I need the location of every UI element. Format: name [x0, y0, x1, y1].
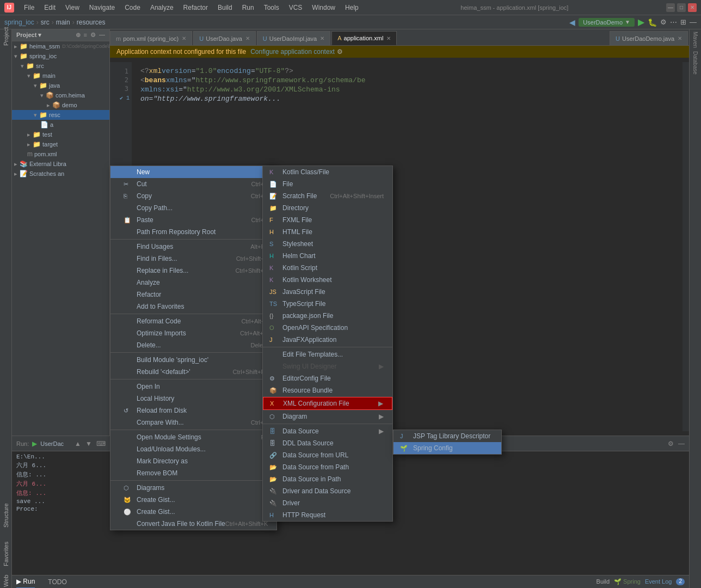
ctx-paste[interactable]: 📋 Paste Ctrl+V	[110, 214, 276, 226]
tree-external-libs[interactable]: ▸ 📚 External Libra	[12, 159, 109, 169]
tab-close-userdaodemo[interactable]: ✕	[678, 35, 682, 41]
new-driver[interactable]: 🔌 Driver	[263, 497, 392, 509]
menu-tools[interactable]: Tools	[260, 3, 284, 13]
maximize-button[interactable]: □	[677, 3, 686, 12]
menu-window[interactable]: Window	[308, 3, 340, 13]
ctx-analyze[interactable]: Analyze ▶	[110, 277, 276, 289]
panel-icon[interactable]: ⊞	[680, 18, 686, 26]
menu-build[interactable]: Build	[213, 3, 237, 13]
run-up-icon[interactable]: ▲	[75, 440, 81, 448]
menu-refactor[interactable]: Refactor	[179, 3, 212, 13]
configure-link[interactable]: Configure application context	[250, 48, 335, 56]
tree-resc-folder[interactable]: ▾ 📁 resc	[12, 110, 109, 120]
new-diagram[interactable]: ⬡ Diagram ▶	[263, 411, 392, 422]
warning-settings-icon[interactable]: ⚙	[337, 48, 343, 56]
ctx-refactor[interactable]: Refactor ▶	[110, 289, 276, 301]
tab-userdao[interactable]: U UserDao.java ✕	[193, 31, 256, 45]
tab-close-pom[interactable]: ✕	[182, 35, 186, 41]
ctx-open-in[interactable]: Open In ▶	[110, 381, 276, 393]
breadcrumb-src[interactable]: src	[41, 19, 50, 26]
run-button[interactable]: ▶	[638, 17, 644, 27]
settings-icon[interactable]: ⚙	[660, 18, 667, 26]
new-data-source[interactable]: 🗄 Data Source ▶	[263, 425, 392, 437]
tab-run[interactable]: ▶ Run	[16, 575, 35, 589]
favorites-sidebar-icon[interactable]: Favorites	[1, 549, 11, 559]
web-sidebar-icon[interactable]: Web	[1, 576, 11, 586]
ctx-build-module[interactable]: Build Module 'spring_ioc'	[110, 354, 276, 366]
ctx-reformat[interactable]: Reformat Code Ctrl+Alt+L	[110, 315, 276, 327]
run-wrap-icon[interactable]: ⌨	[96, 440, 106, 448]
menu-file[interactable]: File	[20, 3, 39, 13]
run-settings-icon[interactable]: ⚙	[668, 440, 674, 448]
nav-back-icon[interactable]: ◀	[569, 18, 575, 27]
ctx-local-history[interactable]: Local History ▶	[110, 393, 276, 405]
ctx-mark-dir[interactable]: Mark Directory as ▶	[110, 455, 276, 467]
new-editorconfig[interactable]: ⚙ EditorConfig File	[263, 372, 392, 384]
ctx-copy[interactable]: ⎘ Copy Ctrl+C	[110, 190, 276, 202]
menu-edit[interactable]: Edit	[40, 3, 60, 13]
run-down-icon[interactable]: ▼	[85, 440, 92, 448]
new-html[interactable]: H HTML File	[263, 226, 392, 238]
ctx-find-files[interactable]: Find in Files... Ctrl+Shift+F	[110, 253, 276, 265]
ctx-create-gist1[interactable]: 🐱 Create Gist...	[110, 494, 276, 506]
xml-spring-config[interactable]: 🌱 Spring Config	[393, 442, 501, 454]
tree-spring-ioc[interactable]: ▾ 📁 spring_ioc ▾ 📁 src ▾ 📁 main	[12, 51, 109, 159]
new-source-path[interactable]: 📂 Data Source from Path	[263, 461, 392, 473]
spring-badge[interactable]: 🌱 Spring	[614, 578, 641, 585]
ctx-path-repo[interactable]: Path From Repository Root	[110, 226, 276, 238]
ctx-reload[interactable]: ↺ Reload from Disk	[110, 405, 276, 416]
maven-sidebar-label[interactable]: Maven	[692, 32, 698, 48]
tree-scratches[interactable]: ▸ 📝 Scratches an	[12, 169, 109, 179]
collapse-all-icon[interactable]: ≡	[84, 32, 87, 39]
tab-userdaodemo[interactable]: U UserDaoDemo.java ✕	[610, 31, 688, 45]
tab-pom-xml[interactable]: m pom.xml (spring_ioc) ✕	[110, 31, 192, 45]
new-scratch-file[interactable]: 📝 Scratch File Ctrl+Alt+Shift+Insert	[263, 190, 392, 202]
new-openapi[interactable]: O OpenAPI Specification	[263, 322, 392, 334]
new-helm[interactable]: H Helm Chart	[263, 250, 392, 262]
run-config-tab[interactable]: UserDac	[40, 440, 64, 447]
breadcrumb-resources[interactable]: resources	[77, 19, 106, 26]
minimize-button[interactable]: —	[666, 3, 675, 12]
new-resource-bundle[interactable]: 📦 Resource Bundle	[263, 384, 392, 396]
new-edit-templates[interactable]: Edit File Templates...	[263, 348, 392, 360]
debug-button[interactable]: 🐛	[648, 18, 657, 27]
tab-close-userdaoimpl[interactable]: ✕	[320, 35, 324, 41]
new-kotlin-worksheet[interactable]: K Kotlin Worksheet	[263, 274, 392, 286]
project-sidebar-icon[interactable]: Project	[1, 32, 11, 41]
more-icon[interactable]: ⋯	[670, 18, 677, 26]
ctx-compare[interactable]: Compare With... Ctrl+D	[110, 416, 276, 428]
close-button[interactable]: ✕	[688, 3, 697, 12]
new-javafx[interactable]: J JavaFXApplication	[263, 334, 392, 346]
tab-application-xml[interactable]: A application.xml ✕	[331, 31, 397, 45]
menu-analyze[interactable]: Analyze	[146, 3, 178, 13]
ctx-optimize[interactable]: Optimize Imports Ctrl+Alt+O	[110, 327, 276, 339]
new-driver-source[interactable]: 🔌 Driver and Data Source	[263, 485, 392, 497]
ctx-new[interactable]: New ▶	[110, 166, 276, 178]
ctx-diagrams[interactable]: ⬡ Diagrams ▶	[110, 482, 276, 494]
new-js-file[interactable]: JS JavaScript File	[263, 286, 392, 298]
ctx-find-usages[interactable]: Find Usages Alt+F7	[110, 241, 276, 253]
ctx-convert-kotlin[interactable]: Convert Java File to Kotlin File Ctrl+Al…	[110, 518, 276, 530]
settings-tree-icon[interactable]: ⚙	[90, 32, 96, 39]
ctx-load-modules[interactable]: Load/Unload Modules...	[110, 443, 276, 455]
database-sidebar-label[interactable]: Database	[692, 51, 698, 75]
event-log-link[interactable]: Event Log	[645, 578, 672, 585]
menu-view[interactable]: View	[61, 3, 84, 13]
ctx-remove-bom[interactable]: Remove BOM	[110, 467, 276, 479]
new-xml-config[interactable]: X XML Configuration File ▶	[263, 397, 392, 410]
new-stylesheet[interactable]: S Stylesheet	[263, 238, 392, 250]
run-config-label[interactable]: UserDaoDemo	[583, 19, 623, 26]
xml-jsp-tag[interactable]: J JSP Tag Library Descriptor	[393, 430, 501, 442]
tab-userdaoimpl[interactable]: U UserDaoImpl.java ✕	[257, 31, 330, 45]
ctx-copy-path[interactable]: Copy Path...	[110, 202, 276, 214]
breadcrumb-main[interactable]: main	[56, 19, 70, 26]
new-ts-file[interactable]: TS TypeScript File	[263, 298, 392, 310]
ctx-cut[interactable]: ✂ Cut Ctrl+X	[110, 178, 276, 190]
ctx-create-gist2[interactable]: ⚪ Create Gist...	[110, 506, 276, 518]
sync-icon[interactable]: ⊕	[76, 32, 81, 39]
menu-run[interactable]: Run	[238, 3, 259, 13]
close-tree-icon[interactable]: —	[99, 32, 105, 39]
new-fxml[interactable]: F FXML File	[263, 214, 392, 226]
menu-code[interactable]: Code	[120, 3, 145, 13]
minimize-panel-icon[interactable]: —	[690, 18, 697, 26]
